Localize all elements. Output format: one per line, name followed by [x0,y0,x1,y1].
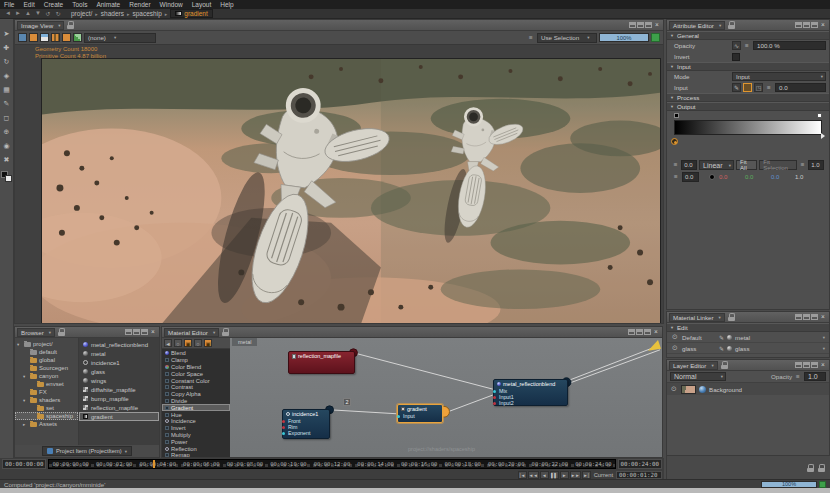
input-field[interactable]: 0.0 [775,83,826,92]
close-icon[interactable] [819,314,827,321]
node-type-item[interactable]: Divide [162,398,230,405]
edit-icon[interactable] [719,345,724,352]
tool-icon[interactable]: ◻ [1,113,12,123]
lock-icon[interactable] [721,361,728,369]
key-position-field[interactable]: 0.0 [682,172,699,182]
node-type-item[interactable]: Multiply [162,432,230,439]
tool-icon[interactable]: ◈ [1,71,12,81]
float-icon[interactable] [644,329,651,335]
transport-button[interactable]: ►► [570,471,581,479]
node-type-item[interactable]: Color Space [162,370,230,377]
toolbar-icon[interactable]: ◄ [164,339,172,347]
close-icon[interactable] [819,22,827,29]
toolbar-icon[interactable]: ○ [194,339,202,347]
list-item[interactable]: reflection_mapfile [79,403,159,412]
panel-type-dropdown[interactable]: Material Linker [669,313,725,322]
minimize-icon[interactable] [795,314,802,320]
render-viewport[interactable]: Geometry Count 18000 Primitive Count 4.8… [15,45,663,323]
selection-mode-dropdown[interactable]: Use Selection [537,33,597,43]
slider-icon[interactable] [672,161,679,169]
ramp-max-field[interactable]: 1.0 [808,160,824,170]
tool-icon[interactable]: ⊕ [1,127,12,137]
transport-button[interactable]: ◄◄ [528,471,539,479]
float-icon[interactable] [811,314,818,320]
transport-button[interactable]: ▌▌ [550,471,559,479]
lut-icon[interactable] [73,33,82,42]
ramp-cursor[interactable] [821,133,825,139]
slider-icon[interactable] [527,34,535,42]
section-process[interactable]: Process [667,93,829,102]
nav-arrow-icon[interactable]: ► [14,10,22,17]
node-type-item[interactable]: Reflection [162,445,230,452]
ramp-key-selected[interactable] [671,138,678,145]
transport-button[interactable]: |◄ [518,471,527,479]
display-mode-icon[interactable] [18,33,27,42]
node-type-item[interactable]: Color Blend [162,364,230,371]
toolbar-icon[interactable]: ▣ [184,339,192,347]
background-swatch[interactable] [5,175,12,182]
node-type-item[interactable]: Hue [162,411,230,418]
tree-item[interactable]: set [15,404,78,412]
expand-arrow-icon[interactable] [23,398,28,403]
maximize-icon[interactable] [803,314,810,320]
key-alpha-field[interactable]: 1.0 [793,172,811,182]
tool-icon[interactable]: ✚ [1,43,12,53]
curve-icon[interactable]: ∿ [732,41,741,50]
nav-arrow-icon[interactable]: ▼ [34,10,42,17]
node-type-item[interactable]: Gradient [162,404,230,411]
slider-icon[interactable] [672,173,680,181]
view-layer-dropdown[interactable]: (none) [84,33,156,43]
lock-icon[interactable] [807,464,814,472]
menu-item[interactable]: Window [160,1,183,8]
toolbar-icon[interactable]: ○ [174,339,182,347]
section-general[interactable]: General [667,31,829,40]
opacity-field[interactable]: 100.0 % [753,41,826,50]
tool-icon[interactable]: ▦ [1,85,12,95]
color-swatches[interactable] [1,171,12,182]
ramp-bar[interactable] [674,120,822,135]
menu-item[interactable]: Layout [192,1,212,8]
type-filter-dropdown[interactable]: Project Item (ProjectItem) [42,446,132,456]
key-red-field[interactable]: 0.0 [717,172,735,182]
panel-type-dropdown[interactable]: Material Editor [164,328,219,337]
panel-type-dropdown[interactable]: Layer Editor [669,361,718,370]
mode-dropdown[interactable]: Input [732,72,826,81]
tool-icon[interactable]: ✎ [1,99,12,109]
section-edit[interactable]: Edit [667,323,829,332]
tree-item[interactable]: default [15,348,78,356]
minimize-icon[interactable] [629,22,636,28]
node-incidence1[interactable]: incidence1 FrontRimExponent [282,409,330,439]
fit-selection-button[interactable]: Fit Selection [759,160,797,170]
tree-item[interactable]: envset [15,380,78,388]
float-icon[interactable] [645,22,652,28]
caret-down-icon[interactable] [823,346,825,351]
lock-icon[interactable] [222,328,229,336]
timeline-ruler[interactable]: 00:00:00:0000:00:02:0000:00:04:0000:00:0… [48,459,615,469]
rendered-image[interactable] [41,58,661,323]
list-item[interactable]: bump_mapfile [79,394,159,403]
slider-icon[interactable] [765,84,773,92]
snapshot-icon[interactable] [29,33,38,42]
node-icon[interactable]: ◳ [754,83,763,92]
lock-icon[interactable] [818,464,825,472]
visibility-icon[interactable] [670,385,678,393]
slider-icon[interactable] [799,161,806,169]
list-item[interactable]: gradient [79,412,159,421]
node-type-item[interactable]: Incidence [162,418,230,425]
timeline-end-field[interactable]: 00:00:24:00 [618,459,662,469]
close-icon[interactable] [149,329,157,336]
ramp-min-field[interactable]: 0.0 [681,160,697,170]
nav-arrow-icon[interactable]: ◄ [4,10,12,17]
checker-icon[interactable] [51,33,60,42]
tree-item[interactable]: spaceship [15,412,78,420]
tree-item[interactable]: project/ [15,340,78,348]
caret-down-icon[interactable] [823,335,825,340]
minimize-icon[interactable] [795,22,802,28]
tree-item[interactable]: Assets [15,420,78,428]
close-icon[interactable] [653,22,661,29]
node-port[interactable]: Input2 [494,400,567,406]
texture-icon[interactable] [743,83,752,92]
nav-arrow-icon[interactable]: ▲ [24,10,32,17]
playhead[interactable] [153,460,155,468]
current-frame-field[interactable]: 00:00:01:20 [616,471,662,479]
